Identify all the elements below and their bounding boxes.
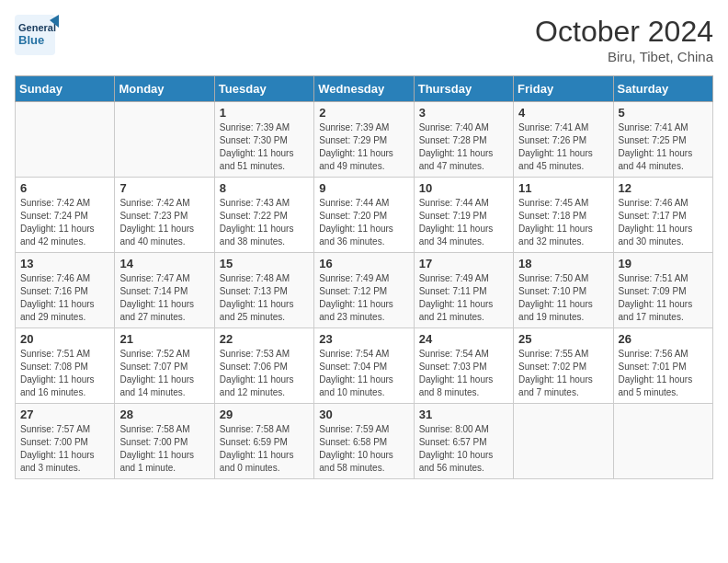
day-info: Sunrise: 7:44 AM Sunset: 7:19 PM Dayligh… [419,197,508,248]
day-number: 28 [119,408,209,421]
day-info: Sunrise: 7:51 AM Sunset: 7:09 PM Dayligh… [619,272,708,324]
day-number: 8 [220,181,309,195]
day-number: 17 [419,257,508,270]
calendar-cell: 15Sunrise: 7:48 AM Sunset: 7:13 PM Dayli… [214,253,313,328]
day-number: 9 [319,181,408,195]
calendar-cell: 8Sunrise: 7:43 AM Sunset: 7:22 PM Daylig… [214,178,313,253]
day-info: Sunrise: 7:46 AM Sunset: 7:17 PM Dayligh… [619,197,708,248]
calendar-cell: 31Sunrise: 8:00 AM Sunset: 6:57 PM Dayli… [414,404,513,479]
header-saturday: Saturday [613,76,712,102]
day-info: Sunrise: 7:55 AM Sunset: 7:02 PM Dayligh… [518,348,608,399]
day-info: Sunrise: 7:41 AM Sunset: 7:25 PM Dayligh… [619,121,708,173]
calendar-cell: 17Sunrise: 7:49 AM Sunset: 7:11 PM Dayli… [414,253,513,328]
calendar-cell: 13Sunrise: 7:46 AM Sunset: 7:16 PM Dayli… [16,253,115,328]
header-wednesday: Wednesday [314,76,414,102]
day-info: Sunrise: 7:42 AM Sunset: 7:23 PM Dayligh… [119,197,209,248]
calendar-cell [613,404,712,479]
day-info: Sunrise: 7:58 AM Sunset: 7:00 PM Dayligh… [119,423,209,475]
calendar-cell: 2Sunrise: 7:39 AM Sunset: 7:29 PM Daylig… [314,102,414,178]
calendar-cell: 24Sunrise: 7:54 AM Sunset: 7:03 PM Dayli… [414,328,513,404]
day-info: Sunrise: 7:57 AM Sunset: 7:00 PM Dayligh… [20,423,109,475]
header-sunday: Sunday [16,76,115,102]
day-info: Sunrise: 7:43 AM Sunset: 7:22 PM Dayligh… [220,197,309,248]
svg-text:Blue: Blue [18,33,44,47]
day-number: 22 [220,332,309,346]
day-info: Sunrise: 7:42 AM Sunset: 7:24 PM Dayligh… [20,197,109,248]
calendar-cell: 23Sunrise: 7:54 AM Sunset: 7:04 PM Dayli… [314,328,414,404]
day-info: Sunrise: 7:48 AM Sunset: 7:13 PM Dayligh… [220,272,309,324]
day-info: Sunrise: 7:39 AM Sunset: 7:29 PM Dayligh… [319,121,408,173]
day-info: Sunrise: 7:47 AM Sunset: 7:14 PM Dayligh… [119,272,209,324]
calendar-cell: 25Sunrise: 7:55 AM Sunset: 7:02 PM Dayli… [514,328,613,404]
day-info: Sunrise: 7:40 AM Sunset: 7:28 PM Dayligh… [419,121,508,173]
calendar-cell: 20Sunrise: 7:51 AM Sunset: 7:08 PM Dayli… [16,328,115,404]
day-info: Sunrise: 7:39 AM Sunset: 7:30 PM Dayligh… [220,121,309,173]
day-number: 7 [119,181,209,195]
calendar-cell: 12Sunrise: 7:46 AM Sunset: 7:17 PM Dayli… [613,178,712,253]
day-number: 1 [220,106,309,120]
svg-text:General: General [18,22,56,33]
day-number: 27 [20,408,109,421]
day-number: 10 [419,181,508,195]
day-info: Sunrise: 7:44 AM Sunset: 7:20 PM Dayligh… [319,197,408,248]
day-number: 19 [619,257,708,270]
day-number: 12 [619,181,708,195]
day-number: 4 [518,106,608,120]
calendar-cell: 28Sunrise: 7:58 AM Sunset: 7:00 PM Dayli… [115,404,214,479]
subtitle: Biru, Tibet, China [535,49,713,64]
calendar-cell: 21Sunrise: 7:52 AM Sunset: 7:07 PM Dayli… [115,328,214,404]
day-number: 29 [220,408,309,421]
calendar-cell: 3Sunrise: 7:40 AM Sunset: 7:28 PM Daylig… [414,102,513,178]
calendar-cell: 7Sunrise: 7:42 AM Sunset: 7:23 PM Daylig… [115,178,214,253]
calendar-cell: 19Sunrise: 7:51 AM Sunset: 7:09 PM Dayli… [613,253,712,328]
day-info: Sunrise: 7:50 AM Sunset: 7:10 PM Dayligh… [518,272,608,324]
day-info: Sunrise: 7:49 AM Sunset: 7:12 PM Dayligh… [319,272,408,324]
calendar-cell: 22Sunrise: 7:53 AM Sunset: 7:06 PM Dayli… [214,328,313,404]
day-info: Sunrise: 7:49 AM Sunset: 7:11 PM Dayligh… [419,272,508,324]
calendar-cell [16,102,115,178]
calendar-cell: 10Sunrise: 7:44 AM Sunset: 7:19 PM Dayli… [414,178,513,253]
header-friday: Friday [514,76,613,102]
day-number: 6 [20,181,109,195]
header-tuesday: Tuesday [214,76,313,102]
calendar-cell: 1Sunrise: 7:39 AM Sunset: 7:30 PM Daylig… [214,102,313,178]
day-info: Sunrise: 7:53 AM Sunset: 7:06 PM Dayligh… [220,348,309,399]
day-number: 13 [20,257,109,270]
day-info: Sunrise: 7:46 AM Sunset: 7:16 PM Dayligh… [20,272,109,324]
day-number: 26 [619,332,708,346]
day-number: 21 [119,332,209,346]
month-title: October 2024 [535,15,713,49]
calendar-cell: 26Sunrise: 7:56 AM Sunset: 7:01 PM Dayli… [613,328,712,404]
calendar-cell: 11Sunrise: 7:45 AM Sunset: 7:18 PM Dayli… [514,178,613,253]
calendar-cell: 27Sunrise: 7:57 AM Sunset: 7:00 PM Dayli… [16,404,115,479]
calendar-cell: 18Sunrise: 7:50 AM Sunset: 7:10 PM Dayli… [514,253,613,328]
header-monday: Monday [115,76,214,102]
logo: General Blue [15,15,61,55]
day-number: 15 [220,257,309,270]
calendar-cell: 9Sunrise: 7:44 AM Sunset: 7:20 PM Daylig… [314,178,414,253]
calendar-cell: 5Sunrise: 7:41 AM Sunset: 7:25 PM Daylig… [613,102,712,178]
day-info: Sunrise: 7:52 AM Sunset: 7:07 PM Dayligh… [119,348,209,399]
day-info: Sunrise: 8:00 AM Sunset: 6:57 PM Dayligh… [419,423,508,475]
calendar-cell: 6Sunrise: 7:42 AM Sunset: 7:24 PM Daylig… [16,178,115,253]
title-block: October 2024 Biru, Tibet, China [535,15,713,64]
day-info: Sunrise: 7:58 AM Sunset: 6:59 PM Dayligh… [220,423,309,475]
day-info: Sunrise: 7:56 AM Sunset: 7:01 PM Dayligh… [619,348,708,399]
day-number: 14 [119,257,209,270]
day-info: Sunrise: 7:51 AM Sunset: 7:08 PM Dayligh… [20,348,109,399]
day-number: 23 [319,332,408,346]
day-info: Sunrise: 7:41 AM Sunset: 7:26 PM Dayligh… [518,121,608,173]
day-info: Sunrise: 7:59 AM Sunset: 6:58 PM Dayligh… [319,423,408,475]
day-number: 3 [419,106,508,120]
calendar-cell: 16Sunrise: 7:49 AM Sunset: 7:12 PM Dayli… [314,253,414,328]
day-number: 30 [319,408,408,421]
day-number: 2 [319,106,408,120]
day-number: 31 [419,408,508,421]
calendar-cell [514,404,613,479]
day-number: 24 [419,332,508,346]
day-number: 25 [518,332,608,346]
day-info: Sunrise: 7:54 AM Sunset: 7:03 PM Dayligh… [419,348,508,399]
calendar-cell: 30Sunrise: 7:59 AM Sunset: 6:58 PM Dayli… [314,404,414,479]
calendar-table: SundayMondayTuesdayWednesdayThursdayFrid… [15,75,713,479]
calendar-cell: 4Sunrise: 7:41 AM Sunset: 7:26 PM Daylig… [514,102,613,178]
